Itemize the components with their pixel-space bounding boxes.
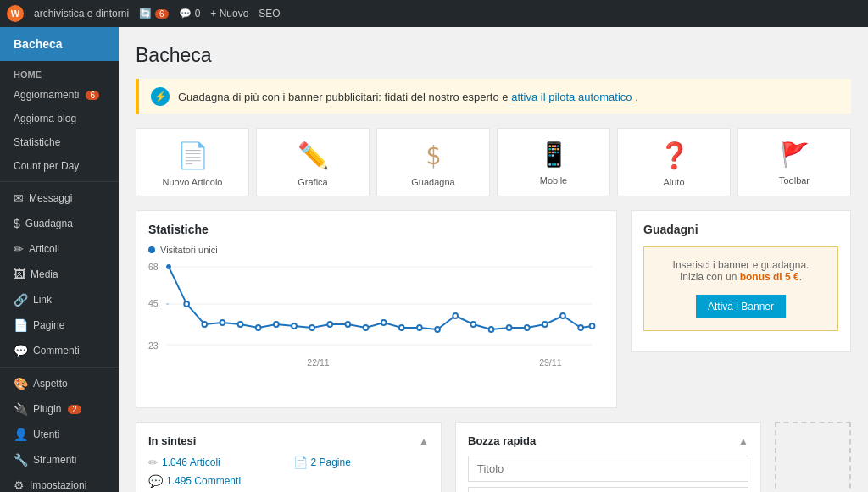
new-item[interactable]: + Nuovo xyxy=(210,8,248,19)
sidebar-active-label: Bacheca xyxy=(14,37,63,51)
statistiche-title: Statistiche xyxy=(148,223,604,236)
plugin-badge: 2 xyxy=(68,405,81,414)
articoli-icon: ✏ xyxy=(14,242,24,256)
tile-toolbar[interactable]: 🚩 Toolbar xyxy=(737,128,851,196)
count-per-day-label: Count per Day xyxy=(14,160,79,172)
tiles-row: 📄 Nuovo Articolo ✏️ Grafica $ Guadagna 📱… xyxy=(136,128,851,196)
svg-point-24 xyxy=(435,327,440,332)
aspetto-icon: 🎨 xyxy=(14,377,28,390)
sidebar-item-messaggi[interactable]: ✉ Messaggi xyxy=(0,185,119,211)
guadagna-label: Guadagna xyxy=(25,218,73,229)
site-name[interactable]: archivistica e dintorni xyxy=(34,8,129,19)
mobile-icon: 📱 xyxy=(539,141,569,169)
sidebar-item-media[interactable]: 🖼 Media xyxy=(0,262,119,287)
in-sintesi-title: In sintesi xyxy=(148,434,196,447)
bozza-rapida-title-row: Bozza rapida ▲ xyxy=(468,434,748,447)
guadagni-body-text: Inserisci i banner e guadagna.Inizia con… xyxy=(656,259,826,283)
sintesi-articoli[interactable]: ✏ 1.046 Articoli xyxy=(148,456,285,469)
bozza-body-input[interactable] xyxy=(468,487,748,492)
sintesi-grid: ✏ 1.046 Articoli 📄 2 Pagine 💬 1.495 Comm… xyxy=(148,456,429,488)
utenti-label: Utenti xyxy=(33,428,59,440)
sintesi-commenti[interactable]: 💬 1.495 Commenti xyxy=(148,474,285,488)
svg-point-15 xyxy=(274,322,279,327)
bottom-row: In sintesi ▲ ✏ 1.046 Articoli 📄 2 Pagine… xyxy=(136,422,851,492)
grafica-label: Grafica xyxy=(298,177,327,187)
attiva-banner-button[interactable]: Attiva i Banner xyxy=(696,295,786,318)
updates-icon: 🔄 xyxy=(139,8,152,19)
sidebar-item-utenti[interactable]: 👤 Utenti xyxy=(0,422,119,447)
wp-logo[interactable]: W xyxy=(7,5,24,22)
sidebar-item-aggiornamenti[interactable]: Aggiornamenti 6 xyxy=(0,83,119,107)
svg-point-33 xyxy=(590,323,595,329)
seo-item[interactable]: SEO xyxy=(259,8,280,19)
svg-point-12 xyxy=(220,320,225,325)
svg-point-20 xyxy=(364,325,369,330)
sidebar-item-pagine[interactable]: 📄 Pagine xyxy=(0,312,119,338)
bozza-titolo-input[interactable] xyxy=(468,456,748,482)
svg-point-9 xyxy=(166,264,171,269)
comments-count: 0 xyxy=(195,8,201,19)
stats-guadagni-row: Statistiche Visitatori unici 68 45 23 xyxy=(136,210,851,408)
sidebar-item-aggiorna-blog[interactable]: Aggiorna blog xyxy=(0,107,119,130)
in-sintesi-title-row: In sintesi ▲ xyxy=(148,434,429,447)
svg-point-31 xyxy=(560,313,565,318)
bozza-rapida-collapse-icon[interactable]: ▲ xyxy=(738,435,748,447)
sidebar-item-count-per-day[interactable]: Count per Day xyxy=(0,154,119,178)
svg-point-23 xyxy=(417,325,422,330)
impostazioni-label: Impostazioni xyxy=(30,479,86,491)
plugin-label: Plugin xyxy=(33,403,61,415)
sidebar-item-plugin[interactable]: 🔌 Plugin 2 xyxy=(0,396,119,422)
aiuto-icon: ❓ xyxy=(659,141,690,170)
pagine-label: Pagine xyxy=(33,319,64,331)
sintesi-pagine[interactable]: 📄 2 Pagine xyxy=(293,456,430,469)
main-content: Bacheca ⚡ Guadagna di più con i banner p… xyxy=(119,27,868,492)
sidebar-item-impostazioni[interactable]: ⚙ Impostazioni xyxy=(0,473,119,492)
updates-item[interactable]: 🔄 6 xyxy=(139,8,169,19)
seo-label: SEO xyxy=(259,8,280,19)
sidebar-item-link[interactable]: 🔗 Link xyxy=(0,287,119,312)
svg-point-32 xyxy=(578,325,583,330)
aiuto-label: Aiuto xyxy=(663,177,684,187)
grafica-icon: ✏️ xyxy=(298,141,329,170)
chart-legend: Visitatori unici xyxy=(148,245,604,255)
tile-nuovo-articolo[interactable]: 📄 Nuovo Articolo xyxy=(136,128,249,196)
sidebar-item-strumenti[interactable]: 🔧 Strumenti xyxy=(0,447,119,473)
svg-text:68: 68 xyxy=(148,262,159,272)
aspetto-label: Aspetto xyxy=(33,378,68,390)
sidebar-item-aspetto[interactable]: 🎨 Aspetto xyxy=(0,371,119,396)
guadagni-box: Guadagni Inserisci i banner e guadagna.I… xyxy=(631,210,851,352)
sidebar-item-statistiche[interactable]: Statistiche xyxy=(0,130,119,154)
sidebar-header[interactable]: Bacheca xyxy=(0,27,119,61)
stats-chart: 68 45 23 22/11 29/11 xyxy=(148,260,604,370)
svg-point-22 xyxy=(399,325,404,330)
statistiche-box: Statistiche Visitatori unici 68 45 23 xyxy=(136,210,617,408)
sidebar-item-articoli[interactable]: ✏ Articoli xyxy=(0,236,119,262)
svg-point-19 xyxy=(345,322,350,327)
sidebar-item-guadagna[interactable]: $ Guadagna xyxy=(0,211,119,236)
in-sintesi-collapse-icon[interactable]: ▲ xyxy=(419,435,429,447)
notice-icon: ⚡ xyxy=(151,87,170,106)
chart-container: 68 45 23 22/11 29/11 xyxy=(148,260,604,395)
svg-point-17 xyxy=(309,325,314,330)
svg-point-10 xyxy=(184,301,189,307)
sidebar: Bacheca Home Aggiornamenti 6 Aggiorna bl… xyxy=(0,27,119,492)
tile-mobile[interactable]: 📱 Mobile xyxy=(497,128,610,196)
tile-aiuto[interactable]: ❓ Aiuto xyxy=(617,128,731,196)
legend-label: Visitatori unici xyxy=(160,245,218,255)
svg-text:45: 45 xyxy=(148,298,159,308)
aggiornamenti-label: Aggiornamenti xyxy=(14,89,79,101)
link-label: Link xyxy=(33,294,52,306)
comments-item[interactable]: 💬 0 xyxy=(179,8,201,19)
media-icon: 🖼 xyxy=(14,268,25,281)
svg-point-26 xyxy=(470,322,476,327)
notice-link[interactable]: attiva il pilota automatico xyxy=(511,91,632,103)
sidebar-item-commenti[interactable]: 💬 Commenti xyxy=(0,338,119,363)
tile-grafica[interactable]: ✏️ Grafica xyxy=(256,128,370,196)
svg-text:23: 23 xyxy=(148,340,159,351)
page-title: Bacheca xyxy=(136,44,851,67)
notice-banner: ⚡ Guadagna di più con i banner pubblicit… xyxy=(136,79,851,114)
messaggi-icon: ✉ xyxy=(14,191,24,205)
svg-point-16 xyxy=(292,323,297,329)
tile-guadagna[interactable]: $ Guadagna xyxy=(376,128,490,196)
nuovo-articolo-label: Nuovo Articolo xyxy=(163,177,223,187)
